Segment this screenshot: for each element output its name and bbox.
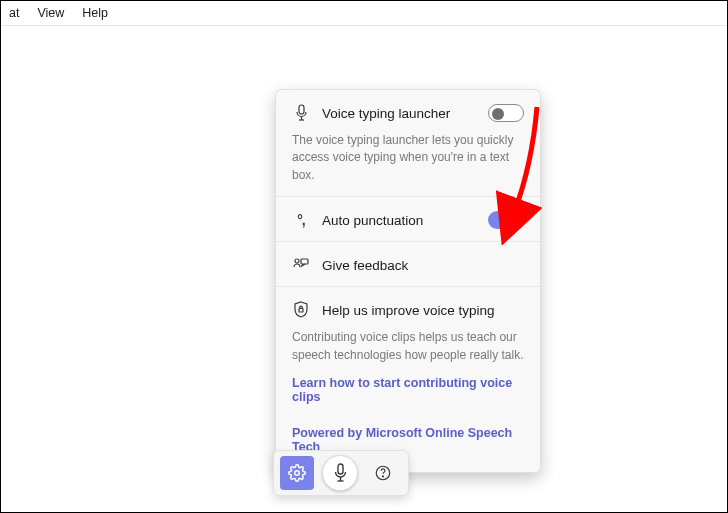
autopunct-toggle[interactable] [488, 211, 524, 229]
menubar: at View Help [1, 1, 727, 26]
menu-item-at[interactable]: at [1, 4, 27, 22]
section-launcher: Voice typing launcher The voice typing l… [276, 90, 540, 197]
svg-rect-3 [299, 309, 303, 313]
improve-link[interactable]: Learn how to start contributing voice cl… [292, 376, 524, 404]
svg-point-1 [295, 259, 299, 263]
microphone-icon [292, 104, 310, 122]
svg-point-4 [295, 471, 300, 476]
svg-rect-0 [299, 105, 304, 114]
svg-rect-2 [301, 259, 308, 264]
launcher-toggle[interactable] [488, 104, 524, 122]
autopunct-label: Auto punctuation [322, 213, 476, 228]
section-feedback[interactable]: Give feedback [276, 242, 540, 287]
section-improve: Help us improve voice typing Contributin… [276, 287, 540, 414]
punctuation-icon: °, [292, 211, 310, 229]
launcher-label: Voice typing launcher [322, 106, 476, 121]
improve-label: Help us improve voice typing [322, 303, 524, 318]
voice-typing-settings-panel: Voice typing launcher The voice typing l… [275, 89, 541, 473]
section-autopunct: °, Auto punctuation [276, 197, 540, 242]
microphone-button[interactable] [322, 455, 358, 491]
help-button[interactable] [366, 456, 400, 490]
feedback-label: Give feedback [322, 258, 524, 273]
voice-typing-toolbar [273, 450, 409, 496]
menu-item-view[interactable]: View [29, 4, 72, 22]
improve-desc: Contributing voice clips helps us teach … [292, 329, 524, 364]
svg-point-7 [383, 476, 384, 477]
feedback-icon [292, 256, 310, 274]
launcher-desc: The voice typing launcher lets you quick… [292, 132, 524, 184]
shield-lock-icon [292, 301, 310, 319]
svg-rect-5 [338, 464, 343, 474]
menu-item-help[interactable]: Help [74, 4, 116, 22]
settings-button[interactable] [280, 456, 314, 490]
